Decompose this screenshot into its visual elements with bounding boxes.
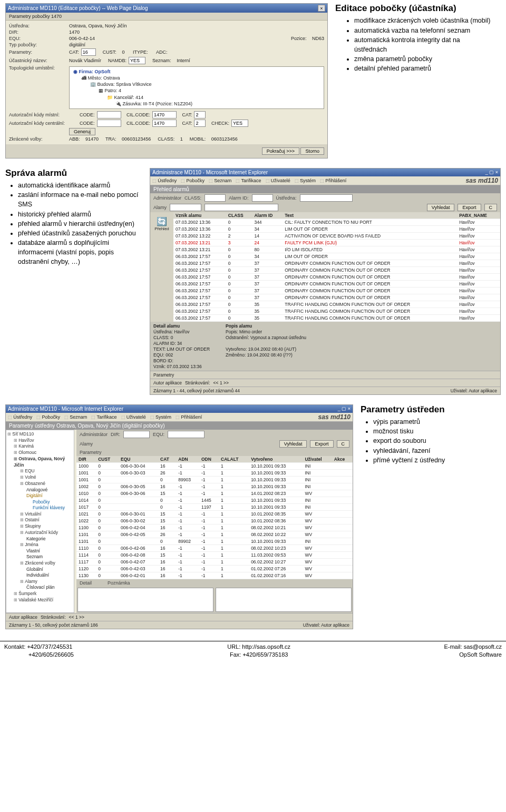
topology-tree: ◉ Firma: OpSoft 🏙 Město: Ostrava 🏢 Budov… [69,66,324,109]
table-row[interactable]: 101400-11445110.10.2001 09:33INI [76,497,353,503]
company-name: OpSoft Software [459,651,502,658]
list-item: historický přehled alarmů [18,210,142,219]
menu-item[interactable]: Přihlášení [176,414,202,420]
continue-button[interactable]: Pokračuj >>> [262,147,299,155]
ustredna-filter[interactable] [300,194,353,202]
menu-item[interactable]: Systém [295,178,316,183]
table-row[interactable]: 07.03.2002 13:360344CIL: FAULTY CONNECTI… [173,219,500,225]
label: CAT: [182,112,192,117]
search-button[interactable]: Vyhledat [427,204,455,211]
table-row[interactable]: 10010006-0-30-0326-1-1110.10.2001 09:33I… [76,469,353,476]
pager[interactable]: << 1 >> [69,615,84,620]
menu-item[interactable]: Uživatelé [121,414,146,420]
clear-button[interactable]: C [337,440,350,448]
cat-input[interactable] [81,48,96,56]
dir-filter[interactable] [123,431,150,438]
user-label: Uživatel: Autor aplikace [451,388,497,393]
namdb-input[interactable] [129,57,145,64]
filter-input[interactable] [170,204,201,211]
table-row[interactable]: 10220006-0-30-0215-1-1110.01.2002 08:36W… [76,517,353,524]
table-row[interactable]: 07.03.2002 13:22214ACTIVATION OF DEVICE … [173,232,500,239]
table-row[interactable]: 101700-11197110.10.2001 09:33INI [76,503,353,510]
table-row[interactable]: 11140006-0-42-0815-1-1111.03.2002 09:53W… [76,551,353,558]
class-filter[interactable] [205,194,226,202]
table-row[interactable]: 11000006-0-42-0416-1-1108.02.2002 10:21W… [76,524,353,531]
table-row[interactable]: 06.03.2002 17:57035TRAFFIC HANDLING COMM… [173,314,500,321]
param-table: DIR CUST EQU CAT ADN ODN CALALT Vytvořen… [76,456,353,579]
value: Interní [177,58,190,63]
cilcode-input[interactable] [152,111,177,118]
check-input[interactable] [231,120,248,127]
section-title: Správa alarmů [5,168,142,179]
table-row[interactable]: 07.03.2002 13:21080I/O LIM ISOLATEDHavíř… [173,246,500,253]
table-row[interactable]: 11100006-0-42-0616-1-1108.02.2002 10:23W… [76,544,353,551]
label: Ústředna: [276,195,297,201]
menu-item[interactable]: Tarifikace [91,414,116,420]
cancel-button[interactable]: Storno [300,147,324,155]
menu-item[interactable]: Uživatelé [266,178,290,183]
menu-item[interactable]: Systém [150,414,171,420]
menu-item[interactable]: Pobočky [36,414,60,420]
table-row[interactable]: 06.03.2002 17:57037ORDINARY COMMON FUNCT… [173,294,500,301]
cat2-input[interactable] [194,120,206,127]
menu-item[interactable]: Seznam [209,178,231,183]
menu-item[interactable]: Seznam [64,414,87,420]
edit-branch-dialog: Administrace MD110 (Editace pobočky) -- … [5,3,328,159]
label: CAT: [69,49,79,55]
table-row[interactable]: 11170006-0-42-0716-1-1106.02.2002 10:27W… [76,558,353,565]
desc-header: Popis alamu [226,323,306,329]
pager[interactable]: << 1 >> [213,380,229,385]
export-button[interactable]: Export [458,204,481,211]
table-row[interactable]: 07.03.2002 13:21324FAULTY PCM LINK (GJU)… [173,239,500,246]
table-row[interactable]: 06.03.2002 17:57037ORDINARY COMMON FUNCT… [173,260,500,266]
label: Parametry: [9,49,67,55]
filter-input[interactable] [205,204,278,211]
table-row[interactable]: 11010006-0-42-0526-1-1108.02.2002 10:22W… [76,531,353,538]
ie-titlebar: Administrace MD110 - Microsoft Internet … [150,169,500,176]
export-button[interactable]: Export [310,440,333,448]
refresh-icon[interactable]: 🔄 [150,216,173,226]
menu-item[interactable]: Tarifikace [236,178,261,183]
section-title: Parametry ústředen [361,404,492,415]
label: Alamy [153,205,167,210]
record-count: Záznamy 1 - 44, celkový počet záznamů 44 [153,388,240,393]
table-row[interactable]: 06.03.2002 17:57037ORDINARY COMMON FUNCT… [173,280,500,287]
table-row[interactable]: 06.03.2002 17:57037ORDINARY COMMON FUNCT… [173,273,500,280]
menu-item[interactable]: Pobočky [181,178,205,183]
table-row[interactable]: 10010089903-1110.10.2001 09:33INI [76,476,353,483]
table-row[interactable]: 10210006-0-30-0115-1-1110.01.2002 08:35W… [76,510,353,517]
menu-item[interactable]: Přihlášení [320,178,346,183]
generate-button[interactable]: Generuj [69,128,95,135]
table-row[interactable]: 06.03.2002 17:57037ORDINARY COMMON FUNCT… [173,287,500,294]
menu-item[interactable]: Ústředny [152,178,177,183]
list-item: přehled účastníků zasažených poruchou [18,229,142,238]
table-row[interactable]: 11200006-0-42-0316-1-1101.02.2002 07:26W… [76,565,353,572]
table-row[interactable]: 06.03.2002 17:57035TRAFFIC HANDLING COMM… [173,308,500,314]
table-row[interactable]: 10100006-0-30-0615-1-1114.01.2002 08:23W… [76,490,353,497]
table-row[interactable]: 10000006-0-30-0416-1-1110.10.2001 09:33I… [76,462,353,469]
alarmid-filter[interactable] [252,194,273,202]
clear-button[interactable]: C [484,204,498,211]
code-input[interactable] [97,111,121,118]
table-row[interactable]: 06.03.2002 17:57035TRAFFIC HANDLING COMM… [173,301,500,308]
table-row[interactable]: 07.03.2002 13:36034LIM OUT OF ORDERHavíř… [173,225,500,232]
note-box [216,588,352,612]
params-ie-window: Administrace MD110 - Microsoft Internet … [5,404,353,629]
table-row[interactable]: 06.03.2002 17:57034LIM OUT OF ORDERHavíř… [173,253,500,260]
label: Stránkování: [185,380,210,385]
cat2-input[interactable] [194,111,206,118]
table-row[interactable]: 11010089902-1110.10.2001 09:33INI [76,538,353,544]
label: Autor aplikace [9,615,37,620]
code-input[interactable] [97,120,121,127]
table-row[interactable]: 11300006-0-42-0116-1-1101.02.2002 07:16W… [76,572,353,579]
equ-filter[interactable] [168,431,205,438]
search-button[interactable]: Vyhledat [279,440,307,448]
section3-bullets: výpis parametrů možnost tisku export do … [373,417,492,465]
dialog-title: Administrace MD110 (Editace pobočky) -- … [8,5,148,11]
cilcode-input[interactable] [152,120,177,127]
close-icon[interactable]: × [318,5,325,12]
table-row[interactable]: 10020006-0-30-0516-1-1110.10.2001 09:33I… [76,483,353,490]
table-row[interactable]: 06.03.2002 17:57037ORDINARY COMMON FUNCT… [173,266,500,273]
menu-item[interactable]: Ústředny [8,414,32,420]
label: ABB: [69,136,80,142]
